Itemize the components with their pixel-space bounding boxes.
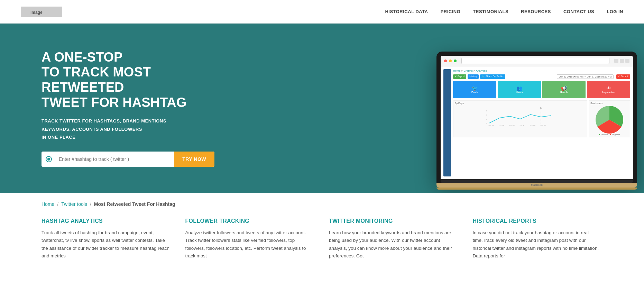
pie-chart: Sentiments ■ Positive ■ Negative: [589, 100, 630, 137]
screen-header: [441, 56, 633, 66]
hero-section: A ONE-STOPTO TRACK MOST RETWEETEDTWEET F…: [0, 24, 644, 193]
svg-text:21.6, 5M: 21.6, 5M: [499, 125, 504, 126]
chart-title: By Days: [455, 102, 586, 104]
submit-btn: ✓ Submit: [616, 74, 630, 79]
breadcrumb-tools[interactable]: Twitter tools: [61, 201, 87, 207]
breadcrumb-current: Most Retweeted Tweet For Hashtag: [94, 201, 175, 207]
feature-historical-reports: HISTORICAL REPORTS In case you did not t…: [473, 218, 603, 260]
stat-posts: 🐦 Posts: [453, 81, 496, 98]
laptop-screen: Home > Graphs > Analytics ✓ Export Histo…: [441, 56, 633, 179]
app-breadcrumb: Home > Graphs > Analytics: [453, 69, 630, 72]
svg-rect-0: [21, 9, 28, 14]
dot-yellow: [449, 60, 452, 62]
radio-icon: [42, 156, 56, 162]
url-bar: [461, 58, 609, 64]
try-now-button[interactable]: TRY NOW: [174, 152, 214, 167]
feature-hashtag-analytics: HASHTAG ANALYTICS Track all tweets of ha…: [42, 218, 172, 260]
svg-text:6: 6: [486, 114, 487, 116]
svg-text:23.6, 8M: 23.6, 8M: [530, 125, 535, 126]
charts-area: By Days Su 2 4 6 8: [453, 100, 630, 137]
nav-pricing[interactable]: PRICING: [441, 9, 461, 14]
dot-green: [454, 60, 457, 62]
nav-testimonials[interactable]: TESTIMONIALS: [473, 9, 508, 14]
stat-impression: 👁 Impression: [587, 81, 630, 98]
history-btn: History: [468, 74, 479, 79]
svg-text:33.6, M: 33.6, M: [519, 125, 524, 126]
laptop-body: Home > Graphs > Analytics ✓ Export Histo…: [436, 52, 637, 183]
breadcrumb-sep1: /: [57, 201, 58, 207]
feature-desc-0: Track all tweets of hashtag for brand ca…: [42, 229, 172, 260]
main-nav: HISTORICAL DATA PRICING TESTIMONIALS RES…: [385, 9, 623, 14]
stat-users: 👥 Users: [498, 81, 541, 98]
feature-follower-tracking: FOLLOWER TRACKING Analyze twitter follow…: [185, 218, 315, 260]
features-grid: HASHTAG ANALYTICS Track all tweets of ha…: [42, 218, 602, 260]
feature-desc-2: Learn how your branded keywords and bran…: [329, 229, 459, 260]
svg-text:2: 2: [486, 122, 487, 124]
export-btn: ✓ Export: [453, 74, 466, 79]
laptop-base: [441, 179, 633, 183]
share-btn: 🐦 Share On Twitter: [480, 74, 505, 79]
laptop-content: Home > Graphs > Analytics ✓ Export Histo…: [441, 66, 633, 179]
pie-chart-svg: [596, 106, 623, 134]
feature-desc-3: In case you did not track your hashtag o…: [473, 229, 603, 260]
line-chart: By Days Su 2 4 6 8: [453, 100, 587, 137]
search-bar: TRY NOW: [42, 152, 214, 167]
laptop-brand-label: MacBook: [531, 183, 542, 186]
nav-contact-us[interactable]: CONTACT US: [563, 9, 594, 14]
svg-text:26.6, 9M: 26.6, 9M: [540, 125, 546, 126]
line-chart-svg: Su 2 4 6 8 21.6, 5M 21.6, 5M 21.6, 6: [455, 106, 586, 127]
svg-text:21.6, 5M: 21.6, 5M: [488, 125, 494, 126]
hashtag-input[interactable]: [56, 152, 174, 167]
svg-text:image: image: [30, 10, 43, 15]
breadcrumb-sep2: /: [90, 201, 91, 207]
app-sidebar: [443, 69, 451, 176]
nav-resources[interactable]: RESOURCES: [521, 9, 551, 14]
logo-area: image: [21, 7, 62, 17]
nav-log-in[interactable]: LOG IN: [607, 9, 623, 14]
app-main: Home > Graphs > Analytics ✓ Export Histo…: [453, 69, 630, 176]
hero-title: A ONE-STOPTO TRACK MOST RETWEETEDTWEET F…: [42, 50, 228, 110]
svg-text:8: 8: [486, 110, 487, 112]
feature-title-2: TWITTER MONITORING: [329, 218, 459, 224]
laptop-foot: [436, 188, 637, 190]
logo-image: image: [21, 7, 62, 17]
feature-title-1: FOLLOWER TRACKING: [185, 218, 315, 224]
stat-cards: 🐦 Posts 👥 Users 📢 Reach: [453, 81, 630, 98]
radio-inner: [47, 158, 50, 161]
laptop-bottom: MacBook: [436, 183, 637, 188]
svg-text:21.6, 6M: 21.6, 6M: [509, 125, 515, 126]
laptop-mockup: Home > Graphs > Analytics ✓ Export Histo…: [436, 52, 637, 190]
date-range: Jun 22 2016 06:02 PM → Jun 27 2016 02:17…: [557, 74, 614, 79]
hero-subtitle: TRACK TWITTER FOR HASHTAGS, BRAND MENTIO…: [42, 117, 228, 141]
hero-content: A ONE-STOPTO TRACK MOST RETWEETEDTWEET F…: [42, 50, 228, 188]
app-toolbar: ✓ Export History 🐦 Share On Twitter Jun …: [453, 74, 630, 79]
feature-title-3: HISTORICAL REPORTS: [473, 218, 603, 224]
dot-red: [444, 60, 447, 62]
breadcrumb: Home / Twitter tools / Most Retweeted Tw…: [42, 201, 602, 207]
features-section: Home / Twitter tools / Most Retweeted Tw…: [0, 193, 644, 265]
nav-historical-data[interactable]: HISTORICAL DATA: [385, 9, 428, 14]
feature-desc-1: Analyze twitter followers and tweets of …: [185, 229, 315, 260]
stat-reach: 📢 Reach: [542, 81, 586, 98]
feature-title-0: HASHTAG ANALYTICS: [42, 218, 172, 224]
svg-text:Su: Su: [540, 107, 542, 109]
feature-twitter-monitoring: TWITTER MONITORING Learn how your brande…: [329, 218, 459, 260]
site-header: image HISTORICAL DATA PRICING TESTIMONIA…: [0, 0, 644, 24]
radio-circle: [46, 156, 52, 162]
breadcrumb-home[interactable]: Home: [42, 201, 54, 207]
svg-text:4: 4: [486, 118, 487, 120]
pie-title: Sentiments: [590, 102, 602, 104]
